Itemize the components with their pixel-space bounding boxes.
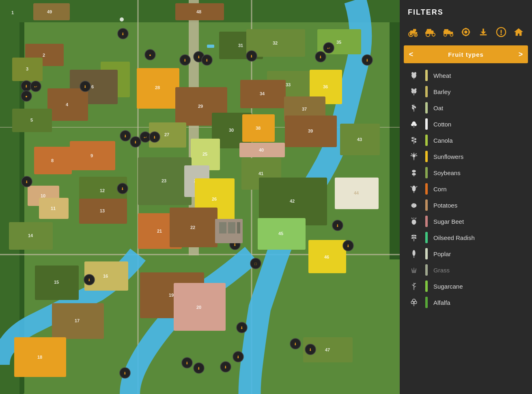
svg-line-237 xyxy=(411,154,413,155)
oilseed-radish-label: Oilseed Radish xyxy=(433,234,475,241)
svg-text:17: 17 xyxy=(75,318,80,323)
svg-point-208 xyxy=(500,34,502,35)
svg-line-266 xyxy=(416,268,416,273)
svg-text:⬇: ⬇ xyxy=(233,243,237,247)
house-filter-btn[interactable] xyxy=(512,25,526,39)
svg-rect-3 xyxy=(390,0,400,259)
tractor-filter-btn[interactable] xyxy=(406,25,420,39)
svg-text:35: 35 xyxy=(336,40,341,45)
svg-text:31: 31 xyxy=(238,43,243,48)
fruit-item-wheat[interactable]: Wheat xyxy=(400,67,532,84)
svg-line-254 xyxy=(412,218,413,219)
oilseed-radish-color-bar xyxy=(425,232,428,243)
fruit-item-corn[interactable]: Corn xyxy=(400,181,532,197)
fruit-types-nav: < Fruit types > xyxy=(404,45,528,63)
poplar-label: Poplar xyxy=(433,251,451,257)
fruit-item-sunflowers[interactable]: Sunflowers xyxy=(400,148,532,165)
svg-text:□: □ xyxy=(254,262,257,266)
svg-text:↩: ↩ xyxy=(34,85,37,89)
svg-text:⬇: ⬇ xyxy=(205,58,209,62)
cotton-color-bar xyxy=(425,118,428,130)
svg-line-247 xyxy=(411,186,412,188)
svg-text:⬇: ⬇ xyxy=(366,58,369,62)
fruit-item-potatoes[interactable]: Potatoes xyxy=(400,197,532,213)
svg-text:44: 44 xyxy=(354,191,359,195)
svg-text:20: 20 xyxy=(196,305,201,310)
svg-rect-176 xyxy=(219,222,226,233)
fruit-item-oat[interactable]: Oat xyxy=(400,100,532,116)
svg-text:42: 42 xyxy=(290,199,295,203)
svg-point-183 xyxy=(415,34,416,36)
svg-text:⬇: ⬇ xyxy=(123,371,127,375)
fruit-item-grass[interactable]: Grass xyxy=(400,262,532,278)
svg-text:⬇: ⬇ xyxy=(319,55,322,59)
fruit-item-sugar-beet[interactable]: Sugar Beet xyxy=(400,213,532,229)
fruit-item-alfalfa[interactable]: Alfalfa xyxy=(400,294,532,310)
svg-text:47: 47 xyxy=(325,347,330,352)
svg-text:3: 3 xyxy=(26,66,28,71)
svg-rect-199 xyxy=(465,28,467,30)
oat-label: Oat xyxy=(433,105,443,111)
corn-icon xyxy=(408,183,420,195)
svg-text:⬇: ⬇ xyxy=(197,366,200,370)
svg-text:33: 33 xyxy=(286,82,291,87)
svg-marker-205 xyxy=(481,32,486,34)
fruit-item-soybeans[interactable]: Soybeans xyxy=(400,165,532,181)
fruit-item-sugarcane[interactable]: Sugarcane xyxy=(400,278,532,294)
download-filter-btn[interactable] xyxy=(476,25,491,39)
svg-text:41: 41 xyxy=(258,171,263,176)
warning-filter-btn[interactable] xyxy=(494,25,508,39)
alfalfa-label: Alfalfa xyxy=(433,299,450,306)
wheat-color-bar xyxy=(425,70,428,81)
nav-label: Fruit types xyxy=(418,51,513,58)
svg-text:28: 28 xyxy=(155,85,160,90)
svg-text:2: 2 xyxy=(43,53,45,58)
svg-text:32: 32 xyxy=(273,41,278,45)
fruit-item-poplar[interactable]: Poplar xyxy=(400,246,532,262)
svg-text:30: 30 xyxy=(229,128,234,133)
svg-text:5: 5 xyxy=(30,118,33,122)
svg-text:⬇: ⬇ xyxy=(25,180,28,184)
svg-text:45: 45 xyxy=(278,231,283,236)
svg-text:↩: ↩ xyxy=(327,46,330,50)
fruit-item-canola[interactable]: Canola xyxy=(400,132,532,148)
svg-text:34: 34 xyxy=(260,91,265,96)
fruit-item-barley[interactable]: Barley xyxy=(400,84,532,100)
svg-point-197 xyxy=(464,30,467,33)
svg-point-261 xyxy=(414,237,416,239)
cotton-label: Cotton xyxy=(433,121,451,128)
svg-line-248 xyxy=(416,186,418,188)
svg-point-253 xyxy=(412,219,416,225)
barley-label: Barley xyxy=(433,88,451,95)
sidebar: FILTERS xyxy=(400,0,532,394)
barley-icon xyxy=(408,86,420,97)
svg-text:●: ● xyxy=(149,53,151,57)
sunflowers-icon xyxy=(408,151,420,162)
svg-point-230 xyxy=(411,137,414,139)
svg-text:10: 10 xyxy=(41,193,45,198)
svg-text:↩: ↩ xyxy=(144,135,147,139)
svg-point-245 xyxy=(412,186,416,192)
svg-text:⬇: ⬇ xyxy=(124,134,127,138)
soybeans-color-bar xyxy=(425,167,428,178)
truck-filter-btn[interactable] xyxy=(441,25,455,39)
sugarcane-icon xyxy=(408,281,420,292)
svg-text:⬇: ⬇ xyxy=(25,84,28,88)
svg-text:39: 39 xyxy=(308,128,313,133)
next-nav-btn[interactable]: > xyxy=(513,45,528,63)
prev-nav-btn[interactable]: < xyxy=(404,45,418,63)
settings-filter-btn[interactable] xyxy=(459,25,473,39)
fruit-item-cotton[interactable]: Cotton xyxy=(400,116,532,132)
svg-text:⬇: ⬇ xyxy=(134,140,137,144)
soybeans-label: Soybeans xyxy=(433,169,461,176)
fruit-item-oilseed-radish[interactable]: Oilseed Radish xyxy=(400,229,532,246)
filters-title: FILTERS xyxy=(400,0,532,23)
svg-point-220 xyxy=(413,90,415,92)
svg-text:26: 26 xyxy=(212,197,217,201)
harvester-filter-btn[interactable] xyxy=(423,25,437,39)
cotton-icon xyxy=(408,118,420,130)
map-area[interactable]: 1 49 48 31 32 35 2 3 28 7 xyxy=(0,0,400,394)
svg-text:29: 29 xyxy=(198,104,203,109)
svg-text:18: 18 xyxy=(37,355,42,360)
svg-text:11: 11 xyxy=(51,206,56,211)
